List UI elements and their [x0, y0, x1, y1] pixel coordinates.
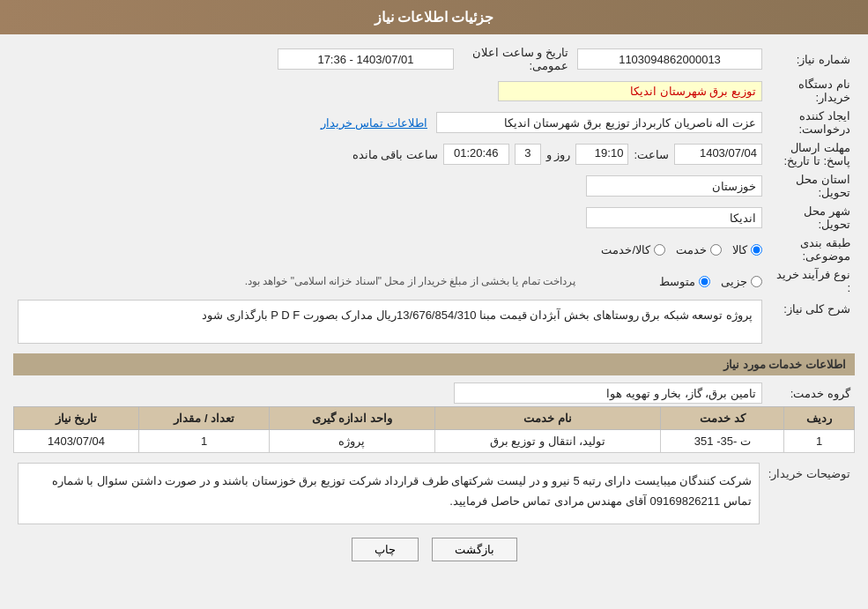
col-radif: ردیف: [784, 407, 855, 430]
shomara-label: شماره نیاز:: [797, 53, 850, 66]
col-tarikh: تاریخ نیاز: [14, 407, 139, 430]
radio-kala[interactable]: کالا: [732, 243, 762, 256]
main-content: شماره نیاز: 1103094862000013 تاریخ و ساع…: [0, 43, 868, 561]
tabaqe-radio-group: کالا خدمت کالا/خدمت: [18, 243, 762, 256]
radio-motovaset[interactable]: متوسط: [659, 275, 710, 288]
col-vahed: واحد اندازه گیری: [270, 407, 434, 430]
col-kod: کد خدمت: [661, 407, 784, 430]
radio-jozii[interactable]: جزیی: [721, 275, 762, 288]
back-button[interactable]: بازگشت: [432, 538, 517, 561]
radio-khedmat[interactable]: خدمت: [676, 243, 722, 256]
col-tedad: تعداد / مقدار: [138, 407, 269, 430]
button-row: بازگشت چاپ: [13, 538, 855, 561]
nooe-label: نوع فرآیند خرید :: [776, 268, 850, 294]
col-nam: نام خدمت: [434, 407, 661, 430]
row-dastgah: نام دستگاه خریدار: توزیع برق شهرستان اند…: [13, 75, 855, 107]
page-title: جزئیات اطلاعات نیاز: [375, 10, 494, 25]
cell-tarikh: 1403/07/04: [14, 430, 139, 453]
services-table: ردیف کد خدمت نام خدمت واحد اندازه گیری ت…: [13, 406, 855, 453]
radio-khedmat-label: خدمت: [676, 243, 707, 256]
page-header: جزئیات اطلاعات نیاز: [0, 0, 868, 34]
row-tabaqe: طبقه بندی موضوعی: کالا خدمت: [13, 234, 855, 265]
mohlat-rooz-label: روز و: [546, 148, 571, 161]
nam-dastgah-value: توزیع برق شهرستان اندیکا: [498, 81, 762, 101]
tawzih-value: شرکت کنندگان میبایست دارای رتبه 5 نیرو و…: [18, 463, 760, 524]
mohlat-date-row: 1403/07/04 ساعت: 19:10 روز و 3 01:20:46 …: [18, 144, 762, 165]
cell-nam: تولید، انتقال و توزیع برق: [434, 430, 661, 453]
services-title: اطلاعات خدمات مورد نیاز: [723, 358, 846, 371]
gorooh-value: تامین برق، گاز، بخار و تهویه هوا: [454, 382, 762, 404]
radio-motovaset-label: متوسط: [659, 275, 695, 288]
radio-kala-khedmat[interactable]: کالا/خدمت: [601, 243, 665, 256]
row-shomara: شماره نیاز: 1103094862000013 تاریخ و ساع…: [13, 43, 855, 75]
ostan-label: استان محل تحویل:: [796, 173, 850, 199]
mohlat-saat-label: ساعت:: [634, 148, 669, 161]
cell-vahed: پروژه: [270, 430, 434, 453]
table-row: 1ت -35- 351تولید، انتقال و توزیع برقپروژ…: [14, 430, 855, 453]
mohlat-baqi-label: ساعت باقی مانده: [352, 148, 438, 161]
ettelaat-link[interactable]: اطلاعات تماس خریدار: [321, 116, 427, 130]
radio-khedmat-input[interactable]: [710, 244, 722, 256]
shahr-value: اندیکا: [586, 207, 762, 228]
radio-motovaset-input[interactable]: [699, 276, 710, 287]
tarikh-label: تاریخ و ساعت اعلان عمومی:: [472, 46, 568, 72]
ejad-label: ایجاد کننده درخواست:: [798, 109, 850, 136]
row-shahr: شهر محل تحویل: اندیکا: [13, 202, 855, 234]
row-gorooh: گروه خدمت: تامین برق، گاز، بخار و تهویه …: [13, 380, 855, 406]
mohlat-rooz-value: 3: [515, 144, 541, 165]
mohlat-saat-value: 19:10: [575, 144, 628, 165]
row-tawzih: توضیحات خریدار: شرکت کنندگان میبایست دار…: [13, 460, 855, 527]
nam-dastgah-label: نام دستگاه خریدار:: [798, 78, 850, 104]
nooe-note: پرداخت تمام یا بخشی از مبلغ خریدار از مح…: [245, 275, 575, 287]
row-mohlat: مهلت ارسال پاسخ: تا تاریخ: 1403/07/04 سا…: [13, 138, 855, 170]
shomara-value: 1103094862000013: [577, 48, 762, 70]
page-wrapper: جزئیات اطلاعات نیاز شماره نیاز: 11030948…: [0, 0, 868, 609]
services-section-header: اطلاعات خدمات مورد نیاز: [13, 353, 855, 375]
radio-jozii-input[interactable]: [751, 276, 762, 287]
sharh-value: پروژه توسعه شبکه برق روستاهای بخش آبژدان…: [18, 300, 762, 344]
tarikh-value: 1403/07/01 - 17:36: [278, 48, 454, 70]
row-nooe: نوع فرآیند خرید : جزیی متوسط: [13, 265, 855, 297]
radio-jozii-label: جزیی: [721, 275, 747, 288]
cell-kod: ت -35- 351: [661, 430, 784, 453]
sharh-label: شرح کلی نیاز:: [783, 302, 850, 316]
cell-radif: 1: [784, 430, 855, 453]
row-ejad: ایجاد کننده درخواست: عزت اله ناصریان کار…: [13, 107, 855, 138]
cell-tedad: 1: [138, 430, 269, 453]
shahr-label: شهر محل تحویل:: [804, 204, 850, 231]
tabaqe-label: طبقه بندی موضوعی:: [800, 236, 850, 263]
ostan-value: خوزستان: [586, 175, 762, 197]
row-sharh: شرح کلی نیاز: پروژه توسعه شبکه برق روستا…: [13, 297, 855, 346]
radio-kala-khedmat-label: کالا/خدمت: [601, 243, 650, 256]
row-ostan: استان محل تحویل: خوزستان: [13, 170, 855, 202]
mohlat-date: 1403/07/04: [674, 144, 762, 165]
tawzih-label: توضیحات خریدار:: [768, 467, 850, 480]
nooe-radio-group: جزیی متوسط: [584, 275, 762, 288]
print-button[interactable]: چاپ: [352, 538, 419, 561]
gorooh-label: گروه خدمت:: [790, 387, 850, 400]
radio-kala-input[interactable]: [751, 244, 762, 256]
mohlat-baqi-value: 01:20:46: [443, 144, 509, 165]
ejad-value: عزت اله ناصریان کاربرداز توزیع برق شهرست…: [436, 112, 762, 133]
radio-kala-label: کالا: [732, 243, 747, 256]
mohlat-label: مهلت ارسال پاسخ: تا تاریخ:: [784, 141, 850, 167]
radio-kala-khedmat-input[interactable]: [654, 244, 665, 256]
